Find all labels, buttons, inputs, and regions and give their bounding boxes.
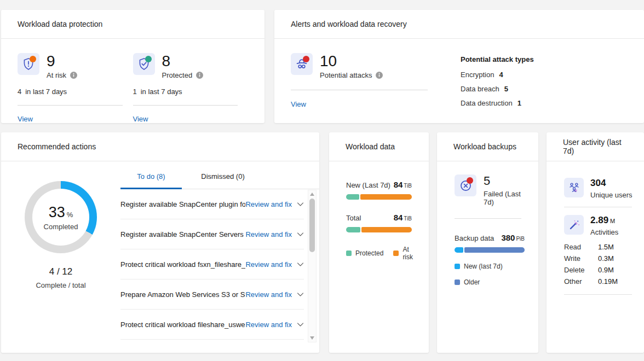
chevron-down-icon[interactable] [297,322,304,327]
total-data-bar [346,227,412,232]
legend-new: New (last 7d) [455,263,525,270]
completion-donut-pane: 33% Completed 4 / 12 Complete / total [1,161,120,289]
new-data-row: New (Last 7d) 84TiB [346,180,412,200]
scroll-down-arrow-icon[interactable] [310,336,314,340]
total-data-unit: TiB [404,216,412,222]
activities-unit: M [610,218,615,224]
completion-percent: 33 [49,204,65,220]
potential-attacks-stat: 10 Potential attacks View [291,53,455,108]
failed-label: Failed (Last 7d) [484,190,525,206]
recommended-actions-card: Recommended actions 33% Completed 4 / 12… [1,132,319,353]
backup-data-label: Backup data [455,234,494,242]
attack-type-row: Encryption4 [461,71,534,79]
backup-data-bar [455,247,525,253]
failed-backups-stat: 5 Failed (Last 7d) [455,174,525,206]
users-icon-tile [564,178,584,197]
muted-blue-swatch [455,280,460,285]
workload-backups-card: Workload backups 5 Failed (Last 7d) Back… [437,132,538,353]
tab-todo[interactable]: To do (8) [120,172,182,189]
failed-count: 5 [484,174,525,188]
attack-type-row: Data destruction1 [461,99,534,107]
chevron-down-icon[interactable] [297,292,304,297]
scroll-up-arrow-icon[interactable] [310,193,314,196]
backups-legend: New (last 7d) Older [455,263,525,286]
review-and-fix[interactable]: Review and fix [245,260,304,269]
activity-row: Write0.3M [564,254,637,263]
orange-swatch [393,251,399,256]
actions-tabs: To do (8) Dismissed (0) [120,172,319,189]
unique-users-stat: 304 Unique users [564,178,637,199]
dashboard: Workload data protection 9 [0,0,644,361]
users-group-icon [567,181,581,195]
potential-attacks-label: Potential attacks [320,71,372,79]
chevron-down-icon[interactable] [297,232,304,237]
review-and-fix[interactable]: Review and fix [245,230,304,238]
shield-alert-icon-tile [18,53,39,75]
alerts-recovery-card: Alerts and workload data recovery [274,10,644,123]
actions-list: Register available SnapCenter plugin for… [120,189,304,340]
legend-protected: Protected [346,246,383,261]
action-title: Register available SnapCenter Servers wi… [120,230,245,238]
card-title: User activity (last 7d) [547,132,644,161]
total-data-label: Total [346,214,361,222]
user-activity-card: User activity (last 7d) 304 [547,132,644,353]
alerts-view-link[interactable]: View [291,100,306,108]
activities-stat: 2.89M Activities [564,215,637,236]
at-risk-view-link[interactable]: View [18,115,33,123]
activity-row: Delete0.9M [564,266,637,274]
complete-ratio-label: Complete / total [1,281,120,289]
review-and-fix[interactable]: Review and fix [245,321,304,329]
bright-blue-swatch [455,264,460,269]
scrollbar-thumb[interactable] [309,199,315,252]
protected-badge [145,56,152,62]
review-and-fix[interactable]: Review and fix [245,290,304,299]
at-risk-stat: 9 At risk 4in last 7 days View [18,53,133,123]
wand-icon-tile [564,215,584,235]
workload-data-card: Workload data New (Last 7d) 84TiB Total … [329,132,429,353]
action-row: Register available SnapCenter plugin for… [120,189,304,219]
new-data-value: 84 [394,180,403,189]
tab-dismissed[interactable]: Dismissed (0) [182,172,264,189]
protected-segment [346,227,360,232]
protected-view-link[interactable]: View [133,115,148,123]
info-icon[interactable] [70,72,77,79]
total-data-row: Total 84TiB [346,213,412,232]
unique-users-count: 304 [590,178,633,189]
info-icon[interactable] [196,72,203,79]
backup-data-value: 380 [501,233,515,242]
protected-stat: 8 Protected 1in last 7 days View [133,53,249,123]
action-title: Register available SnapCenter plugin for… [120,200,245,208]
spy-icon-tile [291,53,313,75]
activity-row: Other0.19M [564,277,637,286]
new-data-label: New (Last 7d) [346,181,390,189]
workload-data-protection-card: Workload data protection 9 [1,10,264,123]
divider [291,90,428,90]
divider [133,105,238,106]
action-row: Protect critical workload fsxn_fileshare… [120,249,304,280]
attack-type-row: Data breach5 [461,85,534,93]
shield-check-icon-tile [133,53,155,75]
card-title: Recommended actions [1,132,319,161]
card-title: Alerts and workload data recovery [274,10,644,39]
scrollbar[interactable] [308,190,317,342]
at-risk-delta: 4in last 7 days [18,88,133,96]
unique-users-label: Unique users [590,191,633,199]
divider [455,218,521,219]
legend-older: Older [455,278,525,286]
failed-backup-icon-tile [455,174,476,196]
card-title: Workload backups [437,132,538,161]
total-data-value: 84 [394,213,403,222]
protected-segment [346,194,359,200]
new-data-bar [346,194,412,200]
protected-count: 8 [162,53,204,69]
attack-types-heading: Potential attack types [461,55,534,63]
review-and-fix[interactable]: Review and fix [245,200,304,208]
activity-breakdown-table: Read1.5M Write0.3M Delete0.9M Other0.19M [564,243,637,286]
chevron-down-icon[interactable] [297,202,304,207]
chevron-down-icon[interactable] [297,262,304,267]
info-icon[interactable] [376,72,383,79]
protected-label: Protected [162,71,193,79]
at-risk-label: At risk [47,71,66,79]
magic-wand-icon [567,218,581,232]
complete-ratio: 4 / 12 [1,266,120,277]
